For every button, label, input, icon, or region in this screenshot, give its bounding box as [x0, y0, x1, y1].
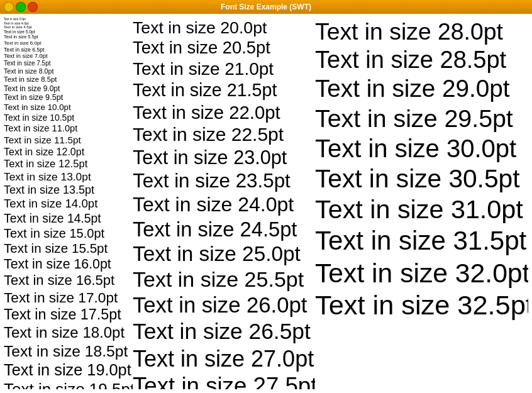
- text-size-item: Text in size 23.5pt: [133, 169, 315, 193]
- minimize-button[interactable]: [4, 2, 14, 12]
- text-size-item: Text in size 24.5pt: [133, 217, 315, 241]
- text-size-item: Text in size 23.0pt: [133, 146, 315, 169]
- text-size-item: Text in size 14.0pt: [4, 197, 133, 211]
- text-size-item: Text in size 29.0pt: [315, 74, 528, 103]
- text-size-item: Text in size 19.0pt: [4, 360, 133, 379]
- text-size-item: Text in size 5.5pt: [4, 35, 133, 40]
- text-size-item: Text in size 31.0pt: [315, 194, 528, 226]
- text-size-item: Text in size 24.0pt: [133, 192, 315, 216]
- text-size-item: Text in size 19.5pt: [4, 380, 133, 389]
- text-size-item: Text in size 27.0pt: [133, 345, 315, 372]
- text-size-item: Text in size 25.5pt: [133, 267, 315, 292]
- text-size-item: Text in size 26.0pt: [133, 292, 315, 319]
- text-size-item: Text in size 30.0pt: [315, 133, 528, 163]
- text-size-item: Text in size 11.5pt: [4, 135, 133, 146]
- close-button[interactable]: [28, 2, 38, 12]
- text-size-item: Text in size 30.5pt: [315, 163, 528, 194]
- large-font-column: Text in size 28.0ptText in size 28.5ptTe…: [315, 18, 528, 389]
- text-size-item: Text in size 22.5pt: [133, 123, 315, 146]
- text-size-item: Text in size 7.0pt: [4, 53, 133, 60]
- text-size-item: Text in size 9.0pt: [4, 84, 133, 93]
- text-size-item: Text in size 18.5pt: [4, 342, 133, 361]
- text-size-item: Text in size 13.0pt: [4, 170, 133, 184]
- text-size-item: Text in size 28.0pt: [315, 18, 528, 46]
- text-size-item: Text in size 13.5pt: [4, 184, 133, 197]
- text-size-item: Text in size 6.5pt: [4, 47, 133, 53]
- text-size-item: Text in size 22.0pt: [133, 101, 315, 123]
- text-size-item: Text in size 29.5pt: [315, 104, 528, 133]
- text-size-item: Text in size 21.5pt: [133, 79, 315, 101]
- text-size-item: Text in size 12.0pt: [4, 146, 133, 158]
- text-size-item: Text in size 32.0pt: [315, 257, 528, 289]
- text-size-item: Text in size 7.5pt: [4, 60, 133, 67]
- text-size-item: Text in size 11.0pt: [4, 123, 133, 135]
- maximize-button[interactable]: [16, 2, 26, 12]
- text-size-item: Text in size 17.5pt: [4, 306, 133, 324]
- text-size-item: Text in size 4.5pt: [4, 25, 133, 30]
- text-size-item: Text in size 17.0pt: [4, 289, 133, 306]
- text-size-item: Text in size 15.5pt: [4, 241, 133, 257]
- text-size-item: Text in size 16.0pt: [4, 257, 133, 273]
- text-size-item: Text in size 12.5pt: [4, 158, 133, 170]
- window-title: Font Size Example (SWT): [42, 3, 490, 11]
- text-size-item: Text in size 21.0pt: [133, 58, 315, 80]
- text-size-item: Text in size 15.0pt: [4, 226, 133, 241]
- text-size-item: Text in size 10.0pt: [4, 102, 133, 113]
- text-size-item: Text in size 26.5pt: [133, 318, 315, 345]
- text-size-item: Text in size 16.5pt: [4, 272, 133, 289]
- small-font-column: Text in size 3.5ptText in size 4.0ptText…: [4, 18, 133, 389]
- text-size-item: Text in size 8.0pt: [4, 67, 133, 75]
- text-size-item: Text in size 14.5pt: [4, 211, 133, 226]
- text-size-item: Text in size 18.0pt: [4, 324, 133, 342]
- text-size-item: Text in size 20.0pt: [133, 18, 315, 38]
- text-size-item: Text in size 9.5pt: [4, 93, 133, 102]
- text-size-item: Text in size 27.5pt: [133, 372, 315, 389]
- text-size-item: Text in size 8.5pt: [4, 75, 133, 84]
- text-size-item: Text in size 10.5pt: [4, 113, 133, 123]
- text-size-item: Text in size 32.5pt: [315, 289, 528, 322]
- text-size-item: Text in size 25.0pt: [133, 241, 315, 267]
- window-content: Text in size 3.5ptText in size 4.0ptText…: [0, 14, 532, 393]
- text-size-item: Text in size 20.5pt: [133, 38, 315, 58]
- text-size-item: Text in size 28.5pt: [315, 46, 528, 75]
- title-bar: Font Size Example (SWT): [0, 0, 532, 14]
- text-size-item: Text in size 6.0pt: [4, 40, 133, 47]
- medium-font-column: Text in size 20.0ptText in size 20.5ptTe…: [133, 18, 315, 389]
- text-size-item: Text in size 31.5pt: [315, 225, 528, 257]
